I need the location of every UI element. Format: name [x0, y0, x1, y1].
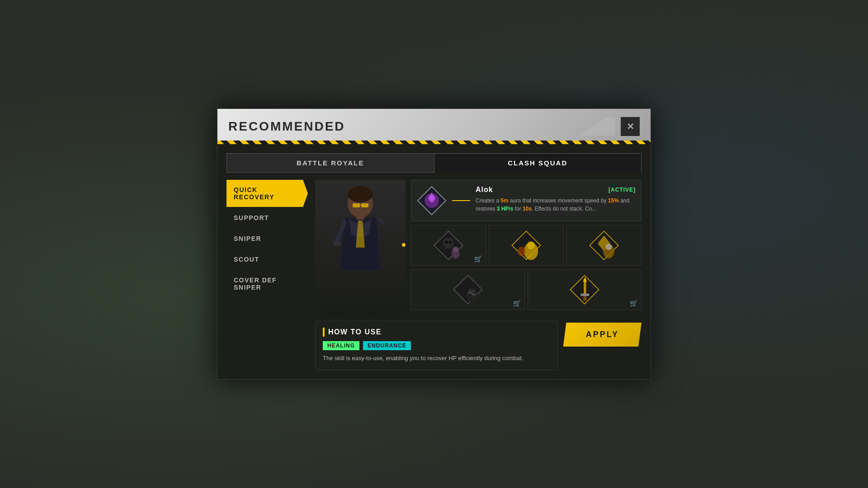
svg-point-22: [527, 241, 535, 249]
apply-button[interactable]: APPLY: [563, 323, 642, 347]
tag-healing: HEALING: [323, 341, 359, 350]
svg-point-19: [453, 247, 458, 252]
close-button[interactable]: ✕: [621, 117, 640, 136]
modal-header: RECOMMENDED ✕: [217, 109, 651, 144]
svg-rect-5: [353, 203, 360, 207]
skill-cell-3[interactable]: [566, 225, 642, 266]
modal-title: RECOMMENDED: [228, 119, 345, 134]
svg-point-31: [470, 286, 474, 290]
how-to-use-bar: [323, 328, 325, 337]
tab-battle-royale[interactable]: BATTLE ROYALE: [226, 153, 434, 173]
svg-point-16: [445, 241, 448, 244]
header-decoration: [579, 117, 615, 136]
skill-description: Creates a 5m aura that increases movemen…: [476, 197, 636, 213]
modal-body: BATTLE ROYALE CLASH SQUAD QUICK RECOVERY…: [217, 144, 651, 379]
skill-grid-bottom: 🛒: [411, 269, 642, 310]
tabs-row: BATTLE ROYALE CLASH SQUAD: [226, 153, 642, 173]
skill-icon-5: [569, 274, 600, 305]
skill-cell-5[interactable]: 🛒: [528, 269, 642, 310]
cart-icon-5: 🛒: [630, 300, 637, 307]
sidebar-item-support[interactable]: SUPPORT: [226, 208, 308, 228]
svg-point-2: [348, 186, 373, 202]
how-to-use-section: HOW TO USE HEALING ENDURANCE The skill i…: [315, 321, 558, 370]
recommended-modal: RECOMMENDED ✕ BATTLE ROYALE CLASH SQUAD: [217, 108, 651, 380]
svg-rect-8: [333, 242, 341, 246]
character-figure: [317, 180, 403, 315]
content-area: QUICK RECOVERY SUPPORT SNIPER SCOUT COVE…: [226, 180, 642, 370]
alok-skill-info: Alok [ACTIVE] Creates a 5m aura that inc…: [476, 186, 636, 213]
skill-cell-2[interactable]: [489, 225, 564, 266]
skill-header: Alok [ACTIVE]: [476, 186, 636, 194]
main-content-area: Alok [ACTIVE] Creates a 5m aura that inc…: [315, 180, 642, 370]
skills-panel: Alok [ACTIVE] Creates a 5m aura that inc…: [411, 180, 642, 315]
sidebar-item-quick-recovery[interactable]: QUICK RECOVERY: [226, 180, 308, 207]
skill-icon-3: [588, 230, 620, 261]
bottom-row: HOW TO USE HEALING ENDURANCE The skill i…: [315, 321, 642, 370]
how-to-use-description: The skill is easy-to-use, enabling you t…: [323, 354, 550, 363]
character-portrait: [315, 180, 406, 315]
svg-point-23: [518, 247, 526, 256]
tab-clash-squad[interactable]: CLASH SQUAD: [434, 153, 642, 173]
sidebar: QUICK RECOVERY SUPPORT SNIPER SCOUT COVE…: [226, 180, 308, 370]
skill-cell-1[interactable]: 🛒: [411, 225, 486, 266]
skill-icon-1: [433, 230, 464, 261]
sidebar-item-sniper[interactable]: SNIPER: [226, 229, 308, 249]
cart-icon-1: 🛒: [474, 255, 482, 263]
how-to-use-header-row: HOW TO USE: [323, 328, 550, 337]
svg-rect-9: [356, 215, 364, 220]
sidebar-item-cover-def-sniper[interactable]: COVER DEFSNIPER: [226, 270, 308, 297]
skill-icon-2: [510, 230, 542, 261]
svg-rect-6: [361, 203, 368, 207]
cart-icon-4: 🛒: [513, 300, 521, 307]
tag-endurance: ENDURANCE: [363, 341, 411, 350]
svg-point-27: [606, 244, 612, 250]
svg-marker-0: [579, 117, 615, 136]
connector-dot: [402, 243, 406, 247]
skill-cell-4[interactable]: 🛒: [411, 269, 525, 310]
skill-icon-4: [452, 274, 484, 305]
svg-rect-35: [580, 294, 589, 296]
apply-area: APPLY: [563, 323, 642, 347]
character-skills-row: Alok [ACTIVE] Creates a 5m aura that inc…: [315, 180, 642, 315]
tags-row: HEALING ENDURANCE: [323, 341, 550, 350]
alok-skill-icon: [417, 186, 447, 216]
svg-rect-36: [583, 296, 586, 301]
main-skill-card: Alok [ACTIVE] Creates a 5m aura that inc…: [411, 180, 642, 221]
skill-grid-top: 🛒: [411, 225, 642, 266]
connector-line: [452, 200, 470, 201]
svg-point-17: [449, 241, 452, 244]
sidebar-item-scout[interactable]: SCOUT: [226, 249, 308, 269]
svg-point-15: [443, 238, 454, 249]
